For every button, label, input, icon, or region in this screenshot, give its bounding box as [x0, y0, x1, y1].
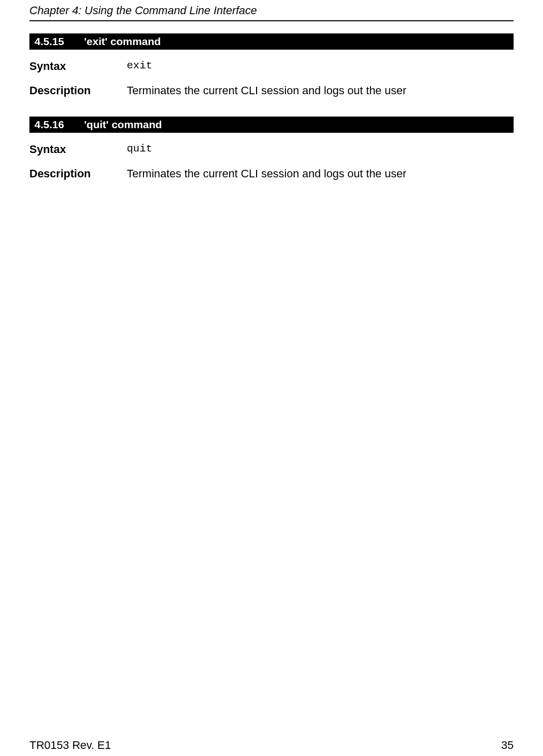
section-heading-bar: 4.5.16 'quit' command — [29, 117, 514, 133]
section-exit: 4.5.15 'exit' command Syntax exit Descri… — [29, 33, 514, 97]
description-row: Description Terminates the current CLI s… — [29, 84, 514, 97]
description-label: Description — [29, 84, 127, 97]
page-number: 35 — [501, 739, 514, 752]
chapter-title: Chapter 4: Using the Command Line Interf… — [29, 4, 257, 17]
description-value: Terminates the current CLI session and l… — [127, 84, 514, 97]
description-row: Description Terminates the current CLI s… — [29, 167, 514, 180]
section-number: 4.5.16 — [34, 119, 81, 131]
section-title: 'quit' command — [84, 119, 162, 130]
section-title: 'exit' command — [84, 35, 161, 47]
description-value: Terminates the current CLI session and l… — [127, 167, 514, 180]
chapter-header: Chapter 4: Using the Command Line Interf… — [29, 0, 514, 21]
doc-revision: TR0153 Rev. E1 — [29, 739, 111, 752]
syntax-label: Syntax — [29, 143, 127, 156]
syntax-label: Syntax — [29, 60, 127, 73]
section-quit: 4.5.16 'quit' command Syntax quit Descri… — [29, 117, 514, 180]
section-heading-bar: 4.5.15 'exit' command — [29, 33, 514, 50]
section-number: 4.5.15 — [34, 35, 81, 48]
syntax-row: Syntax quit — [29, 143, 514, 156]
syntax-row: Syntax exit — [29, 60, 514, 73]
description-label: Description — [29, 167, 127, 180]
syntax-value: quit — [127, 143, 514, 156]
syntax-value: exit — [127, 60, 514, 73]
page-footer: TR0153 Rev. E1 35 — [29, 739, 514, 752]
